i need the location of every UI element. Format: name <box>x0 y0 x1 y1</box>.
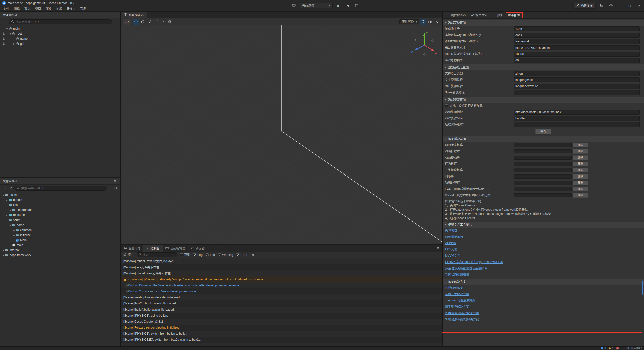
error-count[interactable]: 0 <box>616 347 621 350</box>
open-project-folder-icon[interactable] <box>599 3 605 8</box>
section-header-game-basic[interactable]: ▾游戏基础配置 <box>443 20 644 26</box>
panel-menu-icon[interactable] <box>114 14 118 16</box>
menu-item[interactable]: 帮助 <box>78 6 89 11</box>
console-row[interactable]: ›[Window] [Vue warn]: Property "onInput"… <box>121 276 442 282</box>
pivot-toggle-button[interactable] <box>160 19 166 25</box>
tab-build[interactable]: 构建发布 <box>468 12 490 18</box>
console-row[interactable]: [Window] ecs文件夹不存在 <box>121 264 442 270</box>
tree-row[interactable]: ▸gui <box>0 41 120 46</box>
doc-link[interactable]: Excel格式转Json文件与TypeScript代码工具 <box>445 260 503 264</box>
clear-console-button[interactable]: 清空 <box>123 253 134 257</box>
tree-row[interactable]: ▸initialize <box>0 233 120 238</box>
info-count[interactable]: 3 <box>601 347 606 350</box>
doc-link[interactable]: Tiledmap地图解决方案 <box>445 298 475 303</box>
scene-settings-button[interactable] <box>434 19 440 25</box>
add-node-button[interactable]: +▾ <box>2 20 7 24</box>
download-count[interactable]: 0 <box>624 347 629 350</box>
delete-module-button[interactable]: 删除 <box>573 162 588 166</box>
hierarchy-search-input[interactable] <box>16 20 110 24</box>
tab-console[interactable]: 控制台 <box>143 245 163 252</box>
tree-row[interactable]: game <box>0 36 120 41</box>
play-button[interactable]: ▶ <box>336 3 342 8</box>
tab-inspector[interactable]: 属性检查器 <box>444 12 468 18</box>
panel-menu-icon[interactable] <box>114 180 118 183</box>
doc-link[interactable]: 全栈开发解决方案 <box>445 292 469 296</box>
scale-tool-button[interactable] <box>146 19 152 25</box>
property-input[interactable] <box>514 71 640 76</box>
property-input[interactable] <box>514 58 640 63</box>
filter-icon[interactable] <box>114 21 118 23</box>
expand-arrow-icon[interactable]: › <box>123 284 124 287</box>
delete-module-button[interactable]: 删除 <box>573 187 588 191</box>
scene-viewport[interactable]: YXZ <box>121 25 442 244</box>
filter-error-checkbox[interactable]: Error <box>236 253 247 257</box>
rotate-tool-button[interactable] <box>140 19 146 25</box>
collapse-logs-icon[interactable] <box>250 253 254 256</box>
panel-menu-icon[interactable] <box>437 13 440 17</box>
build-publish-button[interactable]: 构建发布 <box>573 3 596 9</box>
menu-item[interactable]: 项目 <box>33 6 43 11</box>
expand-arrow-icon[interactable]: ▾ <box>9 32 12 35</box>
mode-3d-button[interactable]: 3D <box>123 19 131 25</box>
tree-row[interactable]: ▾root <box>0 31 120 36</box>
world-local-toggle-button[interactable] <box>167 19 173 25</box>
expand-arrow-icon[interactable]: ▸ <box>9 209 12 211</box>
preview-device-icon[interactable] <box>291 3 297 8</box>
delete-module-button[interactable]: 删除 <box>573 149 588 154</box>
menu-item[interactable]: 扩展 <box>54 6 64 11</box>
tree-row[interactable]: main <box>0 243 120 248</box>
section-header-framework-modules[interactable]: ▾框架模块裁剪 <box>443 136 644 142</box>
tab-framework-config[interactable]: 框架配置 <box>506 12 523 18</box>
menu-item[interactable]: 面板 <box>43 6 54 11</box>
console-row[interactable]: [Scene] [box2d]:box2d wasm lib loaded. <box>121 300 442 307</box>
tree-row[interactable]: ▸internal <box>0 248 120 253</box>
layout-icon[interactable] <box>354 3 360 8</box>
doc-link[interactable]: 动画状态机编辑器 <box>445 273 469 277</box>
sort-icon[interactable] <box>9 187 13 190</box>
console-row[interactable]: ›[Window] You are running Vue in develop… <box>121 288 442 294</box>
scene-selector[interactable]: 当前场景 ▾ <box>300 3 333 8</box>
filter-info-checkbox[interactable]: Info <box>206 253 215 257</box>
hierarchy-search[interactable] <box>9 19 112 24</box>
property-input[interactable] <box>514 84 640 89</box>
property-input[interactable] <box>514 77 640 82</box>
section-header-game-resource[interactable]: ▾游戏资源配置 <box>443 97 644 103</box>
console-row[interactable]: ›[Window] Download the Vue Devtools exte… <box>121 282 442 288</box>
property-input[interactable] <box>514 122 640 127</box>
assets-search[interactable] <box>14 186 107 191</box>
doc-link[interactable]: 新手引导解决方案 <box>445 305 469 309</box>
doc-link[interactable]: 原生包热更新配置自动生成插件 <box>445 266 487 271</box>
expand-arrow-icon[interactable]: ▾ <box>5 219 9 222</box>
console-row[interactable]: [Scene] [PHYSICS2D]: switch from box2d-w… <box>121 337 442 343</box>
doc-link[interactable]: ECS文档 <box>445 247 457 252</box>
console-search-input[interactable] <box>143 253 175 257</box>
console-row[interactable]: [Window] render_texture文件夹不存在 <box>121 258 442 264</box>
assets-search-input[interactable] <box>21 186 104 190</box>
property-input[interactable] <box>514 90 640 95</box>
filter-warning-checkbox[interactable]: Warning <box>218 253 233 257</box>
delete-module-button[interactable]: 删除 <box>573 168 588 172</box>
help-icon[interactable]: ? <box>608 3 614 8</box>
delete-module-button[interactable]: 删除 <box>573 193 588 198</box>
tree-row[interactable]: ▸resources <box>0 212 120 217</box>
console-row[interactable]: [Scene] Forward render pipeline initiali… <box>121 325 442 331</box>
expand-arrow-icon[interactable]: ▸ <box>5 214 9 216</box>
delete-module-button[interactable]: 删除 <box>573 155 588 160</box>
add-asset-button[interactable]: +▾ <box>2 186 7 190</box>
expand-arrow-icon[interactable]: ▸ <box>12 234 16 237</box>
orientation-gizmo[interactable]: YXZ <box>408 29 441 61</box>
expand-arrow-icon[interactable]: ▸ <box>12 42 16 45</box>
panel-menu-icon[interactable] <box>437 246 440 251</box>
console-row[interactable]: [Scene] [PHYSICS]: using builtin. <box>121 313 442 319</box>
expand-arrow-icon[interactable]: ▸ <box>2 254 5 257</box>
doc-link[interactable]: 2D角色扮演游戏解决方案 <box>445 311 479 315</box>
maximize-button[interactable]: □ <box>626 2 633 9</box>
expand-arrow-icon[interactable]: ▾ <box>2 194 5 196</box>
tab-animation-graph[interactable]: 动画图 <box>188 245 207 252</box>
delete-module-button[interactable]: 删除 <box>573 143 588 147</box>
doc-link[interactable]: MVVM文档 <box>445 254 460 258</box>
checkbox[interactable] <box>445 104 448 107</box>
tree-row[interactable]: ▾game <box>0 223 120 228</box>
property-input[interactable] <box>514 33 640 38</box>
filter-icon[interactable] <box>108 187 112 189</box>
